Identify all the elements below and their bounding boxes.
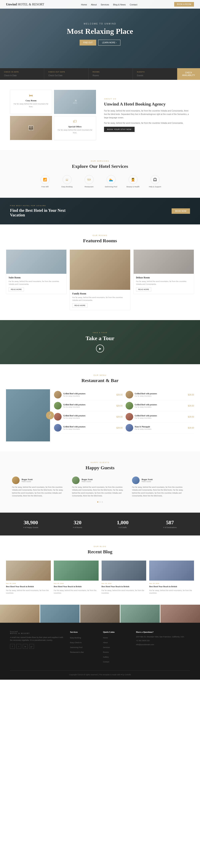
find-out-button[interactable]: FIND OUT — [80, 40, 96, 45]
rooms-input[interactable] — [92, 74, 129, 76]
footer-copyright: Copyright ©2018 All rights reserved | Th… — [10, 671, 190, 676]
linkedin-icon[interactable]: in — [23, 644, 28, 649]
footer-phone: +2 392 3929 210 — [136, 639, 190, 642]
blog-image — [54, 561, 98, 581]
footer-link[interactable]: Swimming Pool — [70, 646, 82, 648]
hero-subtitle: WELCOME TO UNWIND — [84, 23, 116, 25]
beauty-icon: 💆 — [129, 175, 137, 184]
special-offers-icon: 🏷 — [57, 119, 93, 124]
footer-link[interactable]: Rooms — [103, 651, 109, 653]
dot[interactable] — [99, 501, 101, 503]
nav-contact[interactable]: Contact — [130, 3, 137, 6]
book-stay-button[interactable]: BOOK YOUR STAY NOW — [104, 127, 134, 132]
service-pool: 🏊 Swimming Pool — [103, 175, 119, 188]
rooms-section: OUR ROOMS Featured Rooms Suite Room Far … — [0, 224, 200, 320]
search-submit-button[interactable]: CHECKAVAILABILITY — [177, 68, 200, 80]
menu-item-image — [126, 402, 133, 409]
gallery-item[interactable] — [80, 605, 120, 623]
book-room-button[interactable]: BOOK A ROOM — [174, 2, 194, 7]
cozy-room-card: 🛏 Cozy Room Far far away behind the word… — [10, 90, 52, 114]
play-button[interactable] — [96, 345, 104, 352]
menu-item: Grilled Beef with potatoes Far far away … — [54, 422, 123, 433]
footer-link[interactable]: Easy Booking — [70, 637, 81, 639]
checkin-input[interactable] — [4, 74, 40, 76]
cozy-room-icon: 🛏 — [13, 93, 49, 98]
gallery-item[interactable] — [160, 605, 200, 623]
blog-image — [6, 561, 51, 581]
suite-room-more-link[interactable]: READ MORE — [9, 287, 24, 291]
dot[interactable] — [97, 501, 98, 503]
suite-room-image — [6, 250, 67, 274]
deluxe-room-card: Deluxe Room Far far away, behind the wor… — [133, 249, 194, 294]
menu-item: Grilled Beef with potatoes Far far away … — [54, 411, 123, 422]
blog-card: Nov. 05, 2018 Best Hotel Near Beach in B… — [54, 561, 98, 595]
deluxe-room-more-link[interactable]: READ MORE — [136, 287, 151, 291]
suite-room-card: Suite Room Far far away, behind the word… — [6, 249, 67, 294]
avatar — [72, 476, 80, 484]
nav-blog[interactable]: Blog & News — [113, 3, 126, 6]
service-support: 🎧 Help & Support — [147, 175, 163, 188]
pool-icon: 🏊 — [107, 175, 116, 184]
testimonials-grid: Roger Scott Hotel Guest Far far away, be… — [6, 476, 194, 497]
services-section: OUR SERVICES Explore Our Hotel Services … — [0, 150, 200, 198]
stat-guests: 38,900 # of Happy Guests — [24, 520, 38, 528]
guests-input[interactable] — [137, 74, 173, 76]
twitter-icon[interactable]: t — [16, 644, 21, 649]
learn-more-button[interactable]: LEARN MORE › — [98, 40, 120, 45]
testimonial-card: Roger Scott Hotel Guest Far far away, be… — [72, 476, 128, 497]
footer-link[interactable]: Home — [103, 637, 108, 639]
about-image-1: 🏖 — [54, 90, 96, 114]
banner-text: FIND BEST HOTEL FOR LEISURE Find the Bes… — [10, 205, 70, 217]
nav-home[interactable]: Home — [81, 3, 87, 6]
footer-link[interactable]: Gallery — [103, 656, 109, 658]
banner-book-button[interactable]: BOOK NOW — [172, 208, 190, 214]
footer-quick-links: Quick Links Home About Services Rooms Ga… — [103, 631, 130, 664]
footer-link[interactable]: Easy Check-in — [70, 642, 82, 644]
nav-services[interactable]: Services — [101, 3, 109, 6]
checkout-input[interactable] — [48, 74, 84, 76]
about-cards: 🛏 Cozy Room Far far away behind the word… — [10, 90, 96, 140]
about-content: ABOUT US Unwind A Hotel Booking Agency F… — [104, 98, 190, 132]
testimonial-card: Roger Scott Hotel Guest Far far away, be… — [12, 476, 68, 497]
gallery-item[interactable] — [120, 605, 160, 623]
menu-item-image — [54, 391, 62, 399]
menu-item: Ham & Pineapple Far far away mountains $… — [126, 422, 194, 433]
footer-link[interactable]: Services — [103, 646, 110, 648]
stats-section: 38,900 # of Happy Guests 320 # of Rooms … — [0, 513, 200, 535]
blog-card: Nov. 05, 2018 Best Hotel Near Beach in B… — [149, 561, 194, 595]
gallery-item[interactable] — [0, 605, 40, 623]
blog-card: Nov. 05, 2018 Best Hotel Near Beach in B… — [102, 561, 147, 595]
menu-item-image — [54, 424, 62, 432]
testimonial-header: Roger Scott Hotel Guest — [12, 476, 68, 484]
dot[interactable] — [102, 501, 103, 503]
avatar — [132, 476, 139, 484]
testimonial-card: Roger Scott Hotel Guest Far far away, be… — [132, 476, 188, 497]
service-restaurant: 🍽 Restaurant — [81, 175, 97, 188]
footer-link[interactable]: Restaurant & Bar — [70, 651, 84, 653]
googleplus-icon[interactable]: g+ — [29, 644, 34, 649]
booking-icon: 🛎 — [63, 175, 72, 184]
banner-section: FIND BEST HOTEL FOR LEISURE Find the Bes… — [0, 198, 200, 224]
stat-destinations: 587 # of Destinations — [163, 520, 176, 528]
menu-item: Grilled Beef with potatoes Far far away … — [54, 400, 123, 411]
stat-staffs: 1,000 # of Staffs — [117, 520, 129, 528]
gallery-section — [0, 605, 200, 623]
menu-item-image — [126, 391, 133, 399]
gallery-item[interactable] — [40, 605, 80, 623]
footer-link[interactable]: Contact — [103, 661, 109, 663]
nav-about[interactable]: About — [91, 3, 97, 6]
checkin-field: CHECK IN DATE — [0, 68, 44, 80]
blog-grid: Nov. 05, 2018 Best Hotel Near Beach in B… — [6, 561, 194, 595]
guests-field: GUESTS — [133, 68, 177, 80]
footer-link[interactable]: About — [103, 642, 108, 644]
menu-col-right: Grilled Beef with potatoes Far far away … — [126, 389, 194, 441]
special-offers-card: 🏷 Special Offers Far far away behind the… — [54, 116, 96, 140]
family-room-more-link[interactable]: READ MORE — [72, 304, 88, 307]
support-icon: 🎧 — [151, 175, 160, 184]
menu-columns: Grilled Beef with potatoes Far far away … — [54, 389, 194, 441]
footer-logo: Unwind HOTEL & RESORT — [10, 631, 64, 634]
stat-rooms: 320 # of Rooms — [73, 520, 82, 528]
blog-image — [102, 561, 147, 581]
footer: Unwind HOTEL & RESORT A small river name… — [0, 623, 200, 680]
facebook-icon[interactable]: f — [10, 644, 15, 649]
